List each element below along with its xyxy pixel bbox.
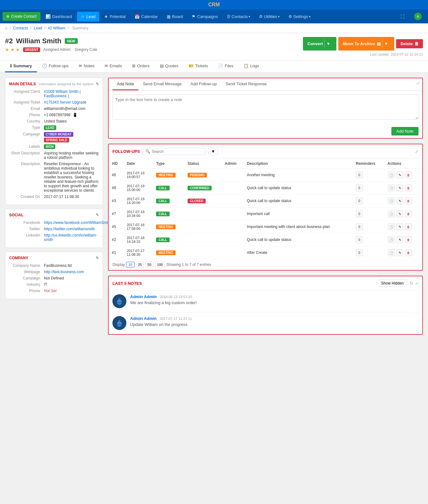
action-edit-button[interactable]: ✎: [396, 197, 403, 204]
nav-lead[interactable]: ☆ Lead: [77, 12, 99, 21]
table-row: #7 2017-07-19 10:34:00 CALL Important ca…: [109, 207, 422, 220]
nav-settings[interactable]: ⚙ Settings ▾: [285, 12, 314, 21]
breadcrumb-contacts[interactable]: Contacts: [13, 26, 28, 30]
action-delete-button[interactable]: 🗑: [405, 249, 412, 256]
add-followup-tab[interactable]: Add Follow-up: [186, 78, 221, 90]
favorite-icon[interactable]: ☆: [58, 125, 62, 130]
reminder-count: 0: [356, 236, 363, 243]
nav-user-avatar[interactable]: A: [410, 10, 425, 23]
action-edit-button[interactable]: ✎: [396, 249, 403, 256]
action-delete-button[interactable]: 🗑: [405, 171, 412, 178]
nav-campaigns[interactable]: ⚑ Campaigns: [188, 12, 222, 21]
page-size-50[interactable]: 50: [145, 262, 154, 267]
tab-logs[interactable]: 📋 Logs: [238, 60, 264, 72]
type-badge: CALL: [156, 212, 170, 216]
company-edit-icon[interactable]: ✎: [96, 256, 99, 260]
action-edit-button[interactable]: ✎: [396, 236, 403, 243]
reminder-count: 0: [356, 249, 363, 256]
twitter-link[interactable]: https://twitter.com/williamsmith: [44, 227, 95, 231]
social-edit-icon[interactable]: ✎: [96, 213, 99, 217]
cell-description: After Create: [244, 246, 353, 259]
note-avatar: M CRM: [112, 294, 126, 308]
action-delete-button[interactable]: 🗑: [405, 184, 412, 191]
action-edit-button[interactable]: ✎: [396, 184, 403, 191]
show-hidden-button[interactable]: Show Hidden: [378, 279, 407, 287]
status-badge: CONFIRMED: [188, 186, 212, 190]
refresh-icon[interactable]: ↻: [410, 281, 413, 286]
filter-button[interactable]: ▼: [208, 147, 218, 155]
linkedin-link[interactable]: http://us.linkedin.com/in/william-smith: [44, 233, 97, 242]
nav-potential[interactable]: ★ Potential: [100, 12, 130, 21]
new-badge: NEW: [65, 38, 78, 44]
cell-admin: [222, 220, 244, 233]
followups-expand-icon[interactable]: ⤢: [415, 149, 419, 154]
move-to-archive-button[interactable]: Move To Archive ▤ ▾: [338, 37, 394, 51]
assigned-ticket-link[interactable]: #175343 Server Upgrade: [44, 100, 87, 105]
tab-notes[interactable]: ✉ Notes: [74, 60, 99, 72]
page-size-10[interactable]: 10: [126, 262, 134, 267]
followups-search-input[interactable]: [152, 149, 203, 154]
nav-utilities[interactable]: ⚙ Utilities ▾: [255, 12, 283, 21]
tab-tickets[interactable]: 🎫 Tickets: [184, 60, 213, 72]
type-badge: MEETING: [156, 225, 176, 229]
action-edit-button[interactable]: ✎: [396, 210, 403, 217]
last-notes-expand-icon[interactable]: ⤢: [415, 281, 419, 286]
nav-board[interactable]: ▦ Board: [163, 12, 187, 21]
company-webpage-link[interactable]: http://fast-business.com: [44, 270, 84, 274]
action-edit-button[interactable]: ✎: [396, 223, 403, 230]
send-ticket-tab[interactable]: Send Ticket Response: [221, 78, 271, 90]
breadcrumb-home[interactable]: ⌂: [5, 26, 7, 30]
tab-quotes[interactable]: ▤ Quotes: [155, 60, 184, 72]
action-delete-button[interactable]: 🗑: [405, 223, 412, 230]
nav-calendar[interactable]: 📅 Calendar: [131, 12, 162, 21]
add-note-button[interactable]: Add Note: [391, 127, 419, 135]
page-size-100[interactable]: 100: [155, 262, 165, 267]
action-clock-button[interactable]: 🕐: [388, 236, 395, 243]
social-section: SOCIAL ✎ Facebook https://www.facebook.c…: [5, 209, 103, 248]
expand-icon[interactable]: ⤢: [416, 81, 420, 86]
tab-emails[interactable]: ✉ Emails: [99, 60, 127, 72]
tab-followups[interactable]: 🕐 Follow-ups: [37, 60, 74, 72]
archive-dropdown-icon[interactable]: ▾: [382, 39, 390, 48]
create-contact-button[interactable]: ⊕ Create Contact: [3, 12, 40, 21]
note-textarea[interactable]: [112, 94, 419, 120]
send-email-tab[interactable]: Send Email Message: [138, 78, 186, 90]
add-note-tab[interactable]: Add Note: [112, 78, 138, 90]
assigned-admin: Gregory Cole: [75, 47, 97, 52]
action-clock-button[interactable]: 🕐: [388, 249, 395, 256]
email-icon: ✉: [105, 63, 108, 68]
convert-button[interactable]: Convert ▾: [303, 37, 336, 51]
delete-button[interactable]: Delete 🗑: [396, 39, 423, 48]
record-stars: ★ ★ ★: [5, 47, 20, 52]
tab-orders[interactable]: ⊞ Orders: [127, 60, 155, 72]
cell-id: #2: [109, 233, 124, 246]
breadcrumb-lead[interactable]: Lead: [34, 26, 42, 30]
linkedin-row: Linkedin http://us.linkedin.com/in/willi…: [9, 233, 99, 242]
action-delete-button[interactable]: 🗑: [405, 236, 412, 243]
action-delete-button[interactable]: 🗑: [405, 197, 412, 204]
cell-date: 2017-07-18 17:09:00: [124, 220, 153, 233]
action-clock-button[interactable]: 🕐: [388, 223, 395, 230]
cell-date: 2017-07-19 10:34:00: [124, 207, 153, 220]
action-clock-button[interactable]: 🕐: [388, 171, 395, 178]
nav-dashboard[interactable]: 📊 Dashboard: [42, 12, 76, 21]
tab-files[interactable]: 📄 Files: [213, 60, 238, 72]
note-text: We are finalizing a big custom order!: [130, 300, 419, 305]
action-edit-button[interactable]: ✎: [396, 171, 403, 178]
action-clock-button[interactable]: 🕐: [388, 210, 395, 217]
convert-dropdown-icon[interactable]: ▾: [324, 39, 332, 48]
action-delete-button[interactable]: 🗑: [405, 210, 412, 217]
tab-summary[interactable]: ℹ Summary: [5, 60, 37, 72]
company-section: COMPANY ✎ Company Name FastBusiness ltd …: [5, 252, 103, 299]
action-clock-button[interactable]: 🕐: [388, 184, 395, 191]
action-clock-button[interactable]: 🕐: [388, 197, 395, 204]
assigned-client-link[interactable]: #1008 William Smith ( FastBusiness ): [44, 89, 81, 98]
cell-admin: [222, 207, 244, 220]
company-phone-row: Phone Not Set: [9, 289, 99, 293]
page-size-25[interactable]: 25: [136, 262, 144, 267]
facebook-link[interactable]: https://www.facebook.com/WilliamSmith: [44, 220, 111, 225]
nav-fullscreen[interactable]: ⛶: [397, 12, 408, 21]
main-details-edit-icon[interactable]: ✎: [96, 82, 99, 86]
breadcrumb-record[interactable]: #2 William: [48, 26, 65, 30]
nav-contacts[interactable]: ☰ Contacts ▾: [223, 12, 254, 21]
